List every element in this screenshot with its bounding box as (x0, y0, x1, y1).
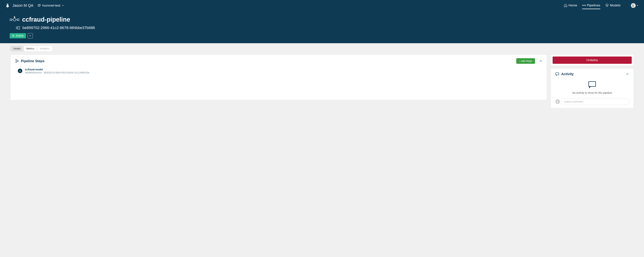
step-item[interactable]: 1 ccfraud-model ModelInference · db32621… (15, 68, 542, 74)
step-number: 1 (18, 68, 22, 73)
id-icon (16, 26, 20, 30)
activity-empty-text: No activity to show for this pipeline (572, 91, 612, 94)
status-badge: Active (10, 33, 26, 38)
comment-avatar (555, 100, 560, 104)
chevron-down-icon (62, 4, 64, 6)
svg-rect-18 (589, 82, 596, 86)
avatar (631, 3, 636, 8)
add-button[interactable]: + (28, 33, 33, 38)
svg-rect-13 (18, 26, 20, 29)
tab-analytics: Analytics (37, 46, 52, 51)
pipeline-id: be899702-2966-41c2-8678-984bbe37b686 (22, 26, 95, 30)
chevron-down-icon (636, 4, 638, 6)
pulse-icon (12, 34, 14, 37)
avatar-rabbit-icon (632, 4, 635, 7)
svg-point-9 (13, 18, 16, 21)
svg-rect-15 (16, 62, 16, 62)
nav-home[interactable]: Home (564, 2, 577, 9)
nav-pipelines[interactable]: Pipelines (582, 2, 600, 9)
svg-rect-16 (17, 60, 18, 62)
avatar-rabbit-icon (556, 100, 559, 103)
undeploy-card: Undeploy (551, 54, 634, 66)
workspace-selector[interactable]: hummel-test (38, 4, 64, 8)
pipeline-steps-card: Pipeline Steps + Add Steps 1 ccfr (10, 54, 547, 100)
org-name: Jason M QA (12, 3, 33, 8)
page-title: ccfraud-pipeline (22, 16, 70, 23)
tabs: Details Metrics Analytics (10, 46, 52, 52)
nav-pipelines-label: Pipelines (587, 4, 600, 7)
user-menu[interactable] (625, 3, 638, 8)
steps-title: Pipeline Steps (21, 59, 44, 63)
models-icon (605, 4, 609, 7)
pipeline-icon (10, 16, 19, 23)
activity-title: Activity (561, 72, 574, 76)
activity-card: Activity No activity to show for this pi… (551, 68, 634, 108)
pipelines-icon (582, 4, 586, 7)
home-icon (564, 4, 568, 7)
chat-icon (588, 81, 596, 88)
svg-rect-12 (16, 27, 17, 29)
collapse-icon[interactable] (626, 72, 629, 76)
tab-details[interactable]: Details (10, 46, 24, 51)
status-label: Active (16, 34, 24, 37)
collapse-icon[interactable] (539, 60, 542, 62)
activity-icon (555, 72, 559, 76)
svg-rect-5 (10, 19, 12, 20)
nav-models-label: Models (610, 4, 620, 7)
workspace-icon (38, 4, 41, 7)
steps-icon (15, 59, 19, 63)
workspace-name: hummel-test (42, 4, 60, 8)
tab-metrics[interactable]: Metrics (24, 46, 37, 51)
nav-home-label: Home (568, 4, 577, 7)
rabbit-logo-icon (6, 3, 10, 8)
svg-rect-3 (584, 5, 586, 6)
svg-rect-6 (17, 19, 19, 20)
step-name: ccfraud-model (25, 68, 542, 71)
undeploy-button[interactable]: Undeploy (552, 56, 632, 64)
step-meta: ModelInference · db326219-5b93-4013-b52d… (25, 71, 542, 74)
add-steps-button[interactable]: + Add Steps (516, 58, 535, 64)
svg-rect-2 (582, 5, 583, 6)
svg-rect-14 (16, 60, 16, 60)
logo-area: Jason M QA (6, 3, 33, 8)
comment-input[interactable] (562, 99, 629, 104)
svg-rect-17 (556, 73, 559, 75)
nav-models[interactable]: Models (605, 2, 620, 9)
